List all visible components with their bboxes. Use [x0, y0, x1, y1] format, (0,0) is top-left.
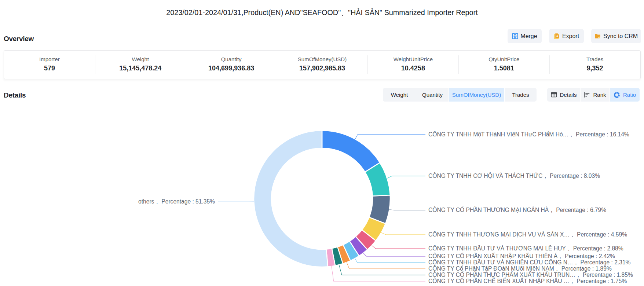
svg-text:others， Percentage : 51.35%: others， Percentage : 51.35%	[138, 198, 215, 205]
svg-text:CÔNG TY TNHH MộT THàNH VIêN TH: CÔNG TY TNHH MộT THàNH VIêN THựC PHẩM Hò…	[428, 131, 629, 138]
svg-text:CÔNG TY Cổ PHầN TậP ĐOàN MUốI: CÔNG TY Cổ PHầN TậP ĐOàN MUốI MIềN NAM， …	[428, 265, 612, 272]
svg-text:CÔNG TY CỔ PHẦN THƯƠNG MẠI NGÂ: CÔNG TY CỔ PHẦN THƯƠNG MẠI NGÂN HÀ， Perc…	[428, 206, 606, 213]
svg-text:CÔNG TY CỔ PHẦN XUẤT NHẬP KHẨU: CÔNG TY CỔ PHẦN XUẤT NHẬP KHẨU THIÊN Á， …	[428, 253, 615, 259]
svg-text:CÔNG TY CỔ PHẦN CHẾ BIẾN XUẤT: CÔNG TY CỔ PHẦN CHẾ BIẾN XUẤT NHẬP KHẨU …	[428, 278, 627, 284]
svg-text:CÔNG TY TNHH CƠ HỘI VÀ THÁCH T: CÔNG TY TNHH CƠ HỘI VÀ THÁCH THỨC， Perce…	[428, 172, 600, 179]
svg-text:CÔNG TY CỔ PHẦN THỰC PHẨM XUẤT: CÔNG TY CỔ PHẦN THỰC PHẨM XUẤT KHẨU TRUN…	[428, 271, 633, 278]
svg-text:CÔNG TY TNHH ĐẦU TƯ VÀ NGHIÊN: CÔNG TY TNHH ĐẦU TƯ VÀ NGHIÊN CỨU CÔNG N…	[428, 259, 631, 265]
svg-text:CÔNG TY TNHH ĐẦU TƯ VÀ THƯƠNG: CÔNG TY TNHH ĐẦU TƯ VÀ THƯƠNG MẠI LÊ HUY…	[428, 245, 623, 252]
svg-text:CÔNG TY TNHH THƯƠNG MẠI DỊCH V: CÔNG TY TNHH THƯƠNG MẠI DỊCH VỤ VÀ SẢN X…	[428, 231, 627, 238]
